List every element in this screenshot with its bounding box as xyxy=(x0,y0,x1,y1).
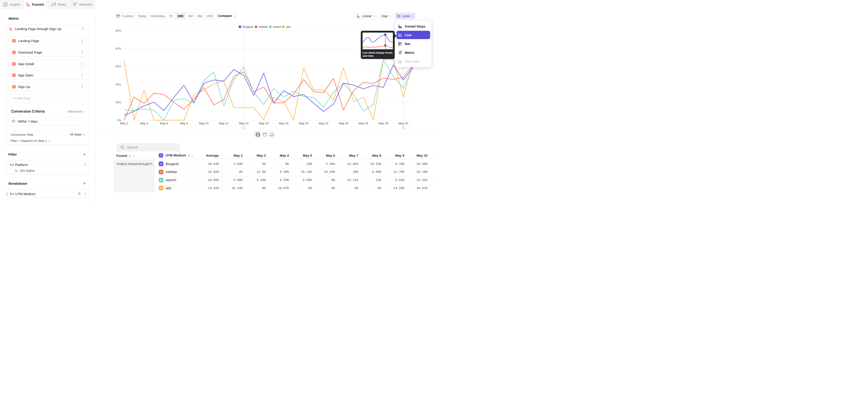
svg-text:May 22: May 22 xyxy=(319,122,329,125)
svg-text:10%: 10% xyxy=(115,101,121,104)
svg-text:May 12: May 12 xyxy=(219,122,229,125)
svg-text:May 18: May 18 xyxy=(279,122,289,125)
svg-text:May 14: May 14 xyxy=(239,122,249,125)
svg-text:50%: 50% xyxy=(115,29,121,32)
svg-text:May 28: May 28 xyxy=(379,122,388,125)
svg-text:May 6: May 6 xyxy=(160,122,168,125)
svg-text:May 10: May 10 xyxy=(199,122,209,125)
svg-text:May 16: May 16 xyxy=(259,122,269,125)
svg-text:40%: 40% xyxy=(115,47,121,50)
svg-text:May 20: May 20 xyxy=(299,122,309,125)
svg-text:May 2: May 2 xyxy=(120,122,128,125)
svg-text:1: 1 xyxy=(403,126,404,129)
svg-text:May 24: May 24 xyxy=(339,122,348,125)
svg-text:May 30: May 30 xyxy=(399,122,408,125)
svg-text:1: 1 xyxy=(243,126,245,129)
svg-text:May 4: May 4 xyxy=(140,122,148,125)
svg-text:20%: 20% xyxy=(115,83,121,86)
svg-text:May 26: May 26 xyxy=(359,122,368,125)
svg-text:30%: 30% xyxy=(115,65,121,68)
svg-text:May 8: May 8 xyxy=(180,122,188,125)
